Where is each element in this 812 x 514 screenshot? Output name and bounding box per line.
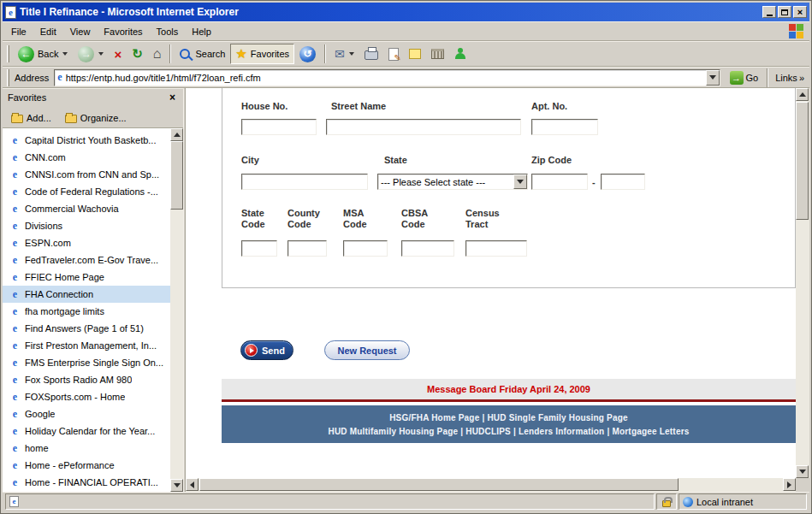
minimize-button[interactable] xyxy=(762,6,776,18)
menu-item-tools[interactable]: Tools xyxy=(150,24,186,39)
favorites-item[interactable]: efha mortgage limits xyxy=(3,303,170,320)
scroll-up-button[interactable] xyxy=(796,88,809,101)
state-select-dropdown-button[interactable] xyxy=(513,174,527,189)
scroll-right-button[interactable] xyxy=(783,478,796,491)
favorites-close-icon[interactable]: × xyxy=(167,92,178,103)
ie-favicon: e xyxy=(9,374,21,387)
favorites-item-label: Divisions xyxy=(25,221,62,231)
favorites-item[interactable]: eFMS Enterprise Single Sign On... xyxy=(3,354,170,371)
search-button[interactable]: Search xyxy=(175,46,230,62)
ie-favicon: e xyxy=(9,288,21,301)
state-code-input[interactable] xyxy=(241,240,277,257)
home-button[interactable]: ⌂ xyxy=(148,44,167,64)
favorites-item[interactable]: eGoogle xyxy=(3,405,170,422)
stop-button[interactable]: × xyxy=(109,44,127,64)
content-vertical-scrollbar[interactable] xyxy=(796,88,809,478)
go-icon: → xyxy=(730,71,744,85)
zip-plus4-input[interactable] xyxy=(601,174,645,190)
favorites-item[interactable]: eFOXSports.com - Home xyxy=(3,388,170,405)
state-select[interactable]: --- Please Select state --- xyxy=(377,174,528,190)
favorites-item[interactable]: ehome xyxy=(3,440,170,457)
links-label[interactable]: Links xyxy=(775,73,797,83)
favorites-item[interactable]: eCode of Federal Regulations -... xyxy=(3,183,170,200)
favorites-item[interactable]: eFirst Preston Management, In... xyxy=(3,337,170,354)
favorites-item[interactable]: eCommercial Wachovia xyxy=(3,200,170,217)
favorites-item[interactable]: eESPN.com xyxy=(3,234,170,251)
favorites-item[interactable]: eFedTraveler.com E-Gov Trave... xyxy=(3,251,170,269)
scrollbar-thumb[interactable] xyxy=(796,102,809,220)
scroll-down-button[interactable] xyxy=(170,479,183,492)
messenger-button[interactable] xyxy=(449,45,471,62)
city-input[interactable] xyxy=(241,174,368,190)
address-url[interactable]: https://entp.hud.gov/title1/html/f72loan… xyxy=(66,73,706,83)
discuss-button[interactable] xyxy=(404,46,426,62)
menu-items: FileEditViewFavoritesToolsHelp xyxy=(4,24,218,39)
favorites-item[interactable]: eFFIEC Home Page xyxy=(3,269,170,286)
apt-no-input[interactable] xyxy=(531,119,598,135)
content-horizontal-scrollbar[interactable] xyxy=(186,478,796,492)
menu-item-file[interactable]: File xyxy=(4,24,33,39)
county-code-input[interactable] xyxy=(287,240,327,257)
ie-favicon: e xyxy=(9,408,21,421)
address-bar: Address e https://entp.hud.gov/title1/ht… xyxy=(3,67,809,88)
favorites-item[interactable]: eHome - FINANCIAL OPERATI... xyxy=(3,474,170,491)
zip-code-input[interactable] xyxy=(531,174,588,190)
addressbar-grip[interactable] xyxy=(7,69,9,86)
favorites-item[interactable]: eCNN.com xyxy=(3,149,170,166)
street-name-input[interactable] xyxy=(326,119,521,135)
footer-link[interactable]: Lenders Information xyxy=(519,427,604,436)
address-combo[interactable]: e https://entp.hud.gov/title1/html/f72lo… xyxy=(54,69,720,86)
house-no-input[interactable] xyxy=(241,119,317,135)
footer-link[interactable]: Mortgagee Letters xyxy=(612,427,689,436)
send-button[interactable]: Send xyxy=(240,340,293,360)
refresh-button[interactable]: ↻ xyxy=(127,44,148,64)
edit-button[interactable]: ✎ xyxy=(383,45,404,63)
favorites-item[interactable]: eCNNSI.com from CNN and Sp... xyxy=(3,166,170,183)
arrow-left-icon xyxy=(190,482,194,488)
scrollbar-thumb[interactable] xyxy=(199,478,679,491)
new-request-button[interactable]: New Request xyxy=(324,340,410,360)
favorites-item[interactable]: eFHA Connection xyxy=(3,286,170,303)
menu-item-view[interactable]: View xyxy=(63,24,98,39)
favorites-item[interactable]: eHome - ePeformance xyxy=(3,457,170,474)
print-button[interactable] xyxy=(359,45,383,62)
favorites-item-label: CNNSI.com from CNN and Sp... xyxy=(25,169,159,180)
add-favorite-button[interactable]: Add... xyxy=(6,110,56,126)
census-tract-input[interactable] xyxy=(465,240,527,257)
address-dropdown-button[interactable] xyxy=(706,70,720,86)
links-chevron-icon[interactable]: » xyxy=(799,73,804,83)
footer-link[interactable]: HUDCLIPS xyxy=(465,427,511,436)
favorites-item[interactable]: eCapital District Youth Basketb... xyxy=(3,132,170,149)
scroll-down-button[interactable] xyxy=(796,465,809,478)
arrow-right-icon xyxy=(787,482,791,488)
footer-link[interactable]: HUD Multifamily Housing Page xyxy=(328,427,458,436)
history-button[interactable]: ↺ xyxy=(294,44,321,65)
mail-button[interactable]: ✉ xyxy=(329,44,359,63)
forward-button[interactable]: → xyxy=(73,44,109,65)
favorites-item[interactable]: eDivisions xyxy=(3,217,170,234)
favorites-item[interactable]: eHoliday Calendar for the Year... xyxy=(3,422,170,440)
close-button[interactable]: × xyxy=(793,6,807,18)
favorites-button[interactable]: ★ Favorites xyxy=(230,44,294,64)
footer-link[interactable]: HSG/FHA Home Page xyxy=(389,413,479,422)
scroll-left-button[interactable] xyxy=(186,478,199,491)
favorites-item[interactable]: eFind Answers (Page 1 of 51) xyxy=(3,320,170,337)
cbsa-code-input[interactable] xyxy=(401,240,454,257)
msa-code-input[interactable] xyxy=(343,240,388,257)
scroll-up-button[interactable] xyxy=(170,128,183,141)
ie-page-icon: e xyxy=(5,6,16,19)
menu-item-favorites[interactable]: Favorites xyxy=(97,24,149,39)
menu-item-help[interactable]: Help xyxy=(185,24,218,39)
scrollbar-thumb[interactable] xyxy=(170,141,183,210)
footer-link[interactable]: HUD Single Family Housing Page xyxy=(487,413,627,422)
sidebar-scrollbar[interactable] xyxy=(170,128,183,492)
maximize-button[interactable] xyxy=(778,6,791,18)
toolbar-grip[interactable] xyxy=(7,45,9,62)
go-button[interactable]: → Go xyxy=(725,69,764,86)
organize-favorites-button[interactable]: Organize... xyxy=(60,110,132,126)
research-button[interactable] xyxy=(426,46,449,62)
favorites-title: Favorites xyxy=(8,92,167,103)
favorites-item[interactable]: eFox Sports Radio AM 980 xyxy=(3,371,170,388)
back-button[interactable]: ← Back xyxy=(13,44,73,65)
menu-item-edit[interactable]: Edit xyxy=(33,24,63,39)
